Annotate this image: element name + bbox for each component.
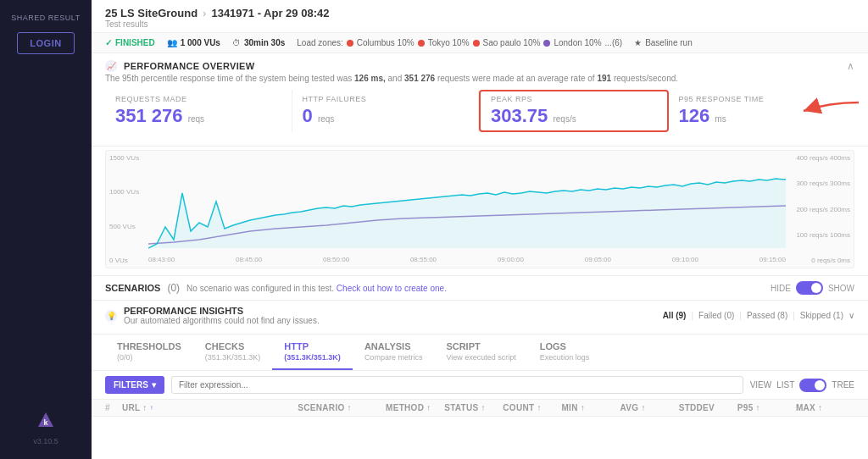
hide-show-toggle[interactable]	[796, 281, 823, 295]
chart-y-right: 400 reqs/s 400ms 300 reqs/s 300ms 200 re…	[786, 151, 854, 268]
sidebar: SHARED RESULT LOGIN k v3.10.5	[0, 0, 92, 459]
th-url[interactable]: URL ↑ ↑	[122, 403, 298, 412]
metric-requests-made: REQUESTS MADE 351 276 reqs	[105, 90, 292, 132]
th-method[interactable]: METHOD ↑	[386, 403, 444, 412]
view-label: VIEW	[750, 380, 772, 390]
status-vus: 👥 1 000 VUs	[167, 38, 220, 47]
metric-peak-rps: PEAK RPS 303.75 reqs/s	[479, 90, 669, 132]
filter-passed[interactable]: Passed (8)	[747, 311, 787, 320]
th-avg[interactable]: AVG ↑	[620, 403, 679, 412]
chevron-down-icon[interactable]: ∨	[849, 311, 854, 320]
login-button[interactable]: LOGIN	[17, 32, 74, 54]
tab-analysis[interactable]: ANALYSIS Compare metrics	[353, 335, 435, 370]
tab-thresholds[interactable]: THRESHOLDS (0/0)	[105, 335, 193, 370]
status-load-zones: Load zones: Columbus 10% Tokyo 10% Sao p…	[297, 38, 622, 47]
view-toggle: VIEW LIST TREE	[750, 379, 854, 392]
filter-failed[interactable]: Failed (0)	[698, 311, 734, 320]
star-icon: ★	[634, 38, 642, 47]
scenarios-bar: SCENARIOS (0) No scenario was configured…	[92, 276, 868, 301]
th-count[interactable]: COUNT ↑	[503, 403, 561, 412]
insights-icon: 💡	[105, 310, 117, 322]
toggle-knob	[811, 283, 821, 293]
hide-label: HIDE	[771, 284, 791, 293]
chart-container: 1500 VUs 1000 VUs 500 VUs 0 VUs 400 reqs…	[105, 150, 854, 268]
th-min[interactable]: MIN ↑	[561, 403, 620, 412]
chart-x-axis: 08:43:00 08:45:00 08:50:00 08:55:00 09:0…	[148, 251, 786, 268]
performance-overview-section: 📈 PERFORMANCE OVERVIEW ∧ The 95th percen…	[92, 53, 868, 147]
section-desc: The 95th percentile response time of the…	[105, 74, 854, 83]
check-icon: ✓	[105, 38, 112, 47]
th-stddev[interactable]: STDDEV	[679, 403, 737, 412]
breadcrumb-part2: 1341971 - Apr 29 08:42	[211, 7, 329, 19]
table-header: # URL ↑ ↑ SCENARIO ↑ METHOD ↑ STATUS ↑ C…	[92, 400, 868, 417]
th-max[interactable]: MAX ↑	[796, 403, 854, 412]
main-content: 25 LS SiteGround › 1341971 - Apr 29 08:4…	[92, 0, 868, 459]
insights-section: 💡 PERFORMANCE INSIGHTS Our automated alg…	[92, 301, 868, 335]
breadcrumb-part1: 25 LS SiteGround	[105, 7, 198, 19]
filter-skipped[interactable]: Skipped (1)	[800, 311, 843, 320]
metric-value-1: 0 reqs	[303, 105, 469, 127]
metric-http-failures: HTTP FAILURES 0 reqs	[292, 90, 480, 132]
th-p95[interactable]: P95 ↑	[737, 403, 796, 412]
filter-all[interactable]: All (9)	[663, 311, 687, 320]
scenarios-link[interactable]: Check out how to create one.	[337, 284, 447, 293]
breadcrumb: 25 LS SiteGround › 1341971 - Apr 29 08:4…	[105, 7, 854, 19]
sort-arrow-url: ↑	[150, 404, 153, 412]
metric-value-2: 303.75 reqs/s	[491, 105, 657, 127]
filter-input[interactable]	[171, 376, 743, 394]
status-baseline: ★ Baseline run	[634, 38, 693, 47]
red-arrow	[787, 96, 863, 126]
zone-dot-tokyo	[418, 40, 425, 47]
test-label: Test results	[105, 19, 854, 29]
metric-label-2: PEAK RPS	[491, 95, 657, 103]
tabs-row: THRESHOLDS (0/0) CHECKS (351.3K/351.3K) …	[92, 335, 868, 371]
insights-desc: Our automated algorithms could not find …	[124, 316, 320, 325]
status-finished: ✓ FINISHED	[105, 38, 155, 47]
metric-label-0: REQUESTS MADE	[115, 95, 281, 103]
metric-p95-response: P95 RESPONSE TIME 126 ms	[669, 90, 855, 132]
tab-http[interactable]: HTTP (351.3K/351.3K)	[272, 335, 353, 370]
metric-label-1: HTTP FAILURES	[303, 95, 469, 103]
sidebar-version: v3.10.5	[33, 437, 58, 445]
svg-marker-3	[148, 163, 786, 248]
zone-dot-saopaulo	[473, 40, 480, 47]
status-duration: ⏱ 30min 30s	[232, 38, 285, 47]
insights-filters: All (9) | Failed (0) | Passed (8) | Skip…	[663, 311, 854, 320]
metric-value-0: 351 276 reqs	[115, 105, 281, 127]
chevron-down-icon: ▾	[152, 380, 156, 390]
tree-label: TREE	[832, 380, 854, 390]
scenarios-title: SCENARIOS	[105, 283, 160, 293]
filters-row: FILTERS ▾ VIEW LIST TREE	[92, 371, 868, 400]
filters-button[interactable]: FILTERS ▾	[105, 376, 164, 394]
zone-dot-london	[543, 40, 550, 47]
scenarios-desc: No scenario was configured in this test.…	[186, 284, 447, 293]
toggle-knob	[815, 380, 825, 390]
th-status[interactable]: STATUS ↑	[444, 403, 503, 412]
th-num: #	[105, 403, 122, 412]
tab-script[interactable]: SCRIPT View executed script	[434, 335, 527, 370]
chart-area: 1500 VUs 1000 VUs 500 VUs 0 VUs 400 reqs…	[92, 147, 868, 276]
tab-checks[interactable]: CHECKS (351.3K/351.3K)	[193, 335, 273, 370]
collapse-icon[interactable]: ∧	[847, 60, 854, 72]
insights-title: PERFORMANCE INSIGHTS	[124, 306, 320, 316]
scenarios-count: (0)	[167, 282, 180, 294]
chart-y-left: 1500 VUs 1000 VUs 500 VUs 0 VUs	[106, 151, 148, 268]
section-title: PERFORMANCE OVERVIEW	[124, 61, 254, 71]
sidebar-title: SHARED RESULT	[11, 14, 80, 22]
insights-header: 💡 PERFORMANCE INSIGHTS Our automated alg…	[105, 306, 854, 325]
sidebar-logo: k	[36, 411, 55, 434]
th-scenario[interactable]: SCENARIO ↑	[298, 403, 386, 412]
header: 25 LS SiteGround › 1341971 - Apr 29 08:4…	[92, 0, 868, 33]
tab-logs[interactable]: LOGS Execution logs	[528, 335, 602, 370]
users-icon: 👥	[167, 38, 177, 47]
zone-dot-columbus	[347, 40, 353, 47]
insights-title-row: 💡 PERFORMANCE INSIGHTS Our automated alg…	[105, 306, 320, 325]
list-tree-toggle[interactable]	[799, 379, 826, 392]
clock-icon: ⏱	[232, 38, 241, 47]
metrics-row: REQUESTS MADE 351 276 reqs HTTP FAILURES…	[105, 90, 854, 132]
scenarios-left: SCENARIOS (0) No scenario was configured…	[105, 282, 447, 294]
chart-icon: 📈	[105, 60, 117, 72]
toggle-group: HIDE SHOW	[771, 281, 854, 295]
breadcrumb-sep: ›	[203, 7, 206, 19]
chart-svg	[148, 151, 786, 251]
